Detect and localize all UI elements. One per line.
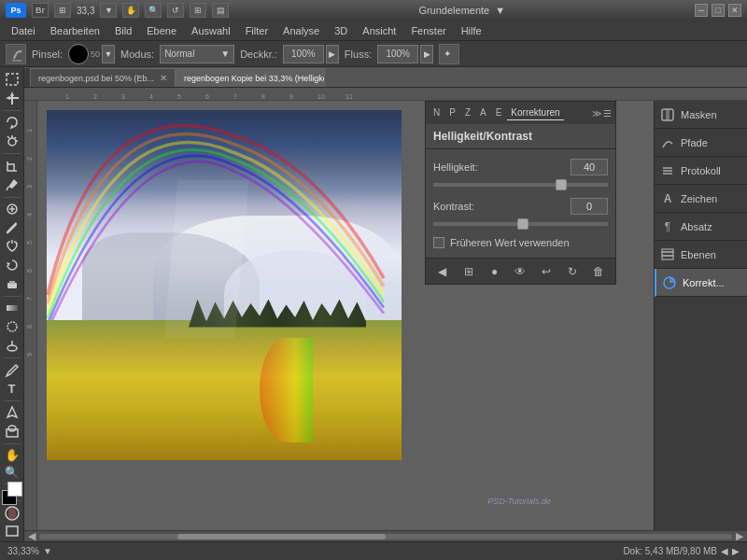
helligkeit-slider-thumb[interactable] [556,179,567,190]
menu-ebene[interactable]: Ebene [139,23,184,38]
menu-analyse[interactable]: Analyse [275,23,327,38]
helligkeit-value[interactable]: 40 [571,159,608,175]
kontrast-slider[interactable] [433,222,608,226]
pfade-label: Pfade [681,137,708,148]
corr-tab-e[interactable]: E [492,105,506,120]
eyedropper-tool[interactable] [2,176,22,193]
hand-tool[interactable]: ✋ [2,447,22,463]
protokoll-btn[interactable]: Protokoll [655,157,747,185]
quick-mask-btn[interactable] [2,504,22,523]
absatz-btn[interactable]: ¶ Absatz [655,213,747,241]
menu-bearbeiten[interactable]: Bearbeiten [43,23,107,38]
grid-view[interactable]: ⊞ [190,3,206,18]
delete-btn[interactable]: 🗑 [589,262,608,281]
canvas-with-image[interactable]: N P Z A E Korrekturen ≫ ☰ [37,101,654,530]
magic-wand-tool[interactable] [2,133,22,149]
text-tool[interactable]: T [2,381,22,397]
helligkeit-slider[interactable] [433,183,608,187]
scroll-left-btn[interactable]: ◀ [28,530,35,541]
scroll-right-btn[interactable]: ▶ [736,530,743,541]
dodge-tool[interactable] [2,337,22,354]
nav-next[interactable]: ▶ [732,546,740,556]
screen-mode[interactable]: ▤ [212,3,229,18]
gradient-tool[interactable] [2,300,22,316]
hand-tool[interactable]: ✋ [122,3,139,18]
zoom-tool[interactable]: 🔍 [145,3,162,18]
menu-ansicht[interactable]: Ansicht [355,23,403,38]
zeichen-label: Zeichen [681,193,717,204]
zoom-dropdown[interactable]: ▼ [100,3,117,18]
shape-tool[interactable] [2,423,22,440]
extend-btn[interactable]: ⊞ [459,262,478,281]
fluss-value[interactable]: 100% [377,45,418,63]
pen-tool[interactable] [2,362,22,379]
brush-preview[interactable] [68,44,89,64]
screen-mode-btn[interactable] [2,525,22,538]
zeichen-btn[interactable]: A Zeichen [655,185,747,213]
minimize-btn[interactable]: ─ [695,4,708,17]
pfade-btn[interactable]: Pfade [655,129,747,157]
ebenen-btn[interactable]: Ebenen [655,241,747,269]
background-color[interactable] [7,482,22,497]
fluss-arrow[interactable]: ▶ [420,45,433,63]
corr-tab-korrekturen[interactable]: Korrekturen [507,105,563,120]
healing-brush-tool[interactable] [2,201,22,217]
corr-tab-z[interactable]: Z [461,105,474,120]
menu-bild[interactable]: Bild [107,23,139,38]
deckraft-value[interactable]: 100% [283,45,324,63]
corr-tab-n[interactable]: N [430,105,444,120]
maximize-btn[interactable]: □ [712,4,725,17]
tab-2[interactable]: regenbogen Kopie bei 33,3% (Helligkeit/K… [176,68,325,87]
menu-filter[interactable]: Filter [238,23,275,38]
brush-preset-picker[interactable] [6,44,26,64]
menu-hilfe[interactable]: Hilfe [454,23,489,38]
scroll-thumb-h[interactable] [177,534,386,539]
rotate-tool[interactable]: ↺ [167,3,184,18]
tab-1-close[interactable]: ✕ [160,73,167,83]
bridge-logo[interactable]: Br [32,3,49,18]
airbrush-btn[interactable]: ✦ [439,44,459,64]
color-picker[interactable] [2,490,22,497]
tab-1[interactable]: regenbogen.psd bei 50% (Eb... ✕ [30,68,176,87]
circle-btn[interactable]: ● [486,262,504,281]
nav-prev[interactable]: ◀ [721,546,728,556]
clone-stamp-tool[interactable] [2,238,22,255]
brush-tool[interactable] [2,219,22,236]
selection-tool[interactable] [2,71,22,88]
eraser-tool[interactable] [2,275,22,292]
menu-fenster[interactable]: Fenster [403,23,453,38]
kontrast-value[interactable]: 0 [571,198,608,215]
corr-tab-a[interactable]: A [476,105,490,120]
masken-btn[interactable]: Masken [655,101,747,129]
path-selection-tool[interactable] [2,404,22,421]
undo-btn[interactable]: ↩ [537,262,556,281]
close-btn[interactable]: ✕ [728,4,741,17]
menu-datei[interactable]: Datei [4,23,43,38]
workspace-arrow[interactable]: ▼ [495,5,505,16]
move-tool[interactable] [2,90,22,106]
crop-tool[interactable] [2,158,22,175]
view-toggle[interactable]: ⊞ [54,3,71,18]
zoom-tool[interactable]: 🔍 [2,465,22,480]
brush-size-arrow[interactable]: ▼ [102,45,115,63]
fruheren-wert-checkbox[interactable] [433,237,444,248]
korrekturen-btn[interactable]: Korrekt... [655,269,747,297]
corrections-options-icon[interactable]: ☰ [603,108,612,119]
scroll-horizontal[interactable]: ◀ ▶ [24,530,747,541]
lasso-tool[interactable] [2,114,22,131]
menu-auswahl[interactable]: Auswahl [184,23,238,38]
zoom-dropdown-arrow[interactable]: ▼ [43,546,52,556]
corrections-menu-icon[interactable]: ≫ [592,108,601,119]
menu-3d[interactable]: 3D [327,23,355,38]
blur-tool[interactable] [2,318,22,335]
modus-dropdown[interactable]: Normal ▼ [160,45,234,63]
eye-btn[interactable]: 👁 [511,262,529,281]
fruheren-wert-label: Früheren Wert verwenden [450,237,570,248]
deckraft-arrow[interactable]: ▶ [326,45,339,63]
history-brush-tool[interactable] [2,257,22,273]
back-btn[interactable]: ◀ [433,262,452,281]
corr-tab-p[interactable]: P [445,105,459,120]
redo-btn[interactable]: ↻ [563,262,582,281]
kontrast-slider-thumb[interactable] [517,218,529,230]
ruler-vertical: 1 2 3 4 5 6 7 8 9 [24,101,37,530]
